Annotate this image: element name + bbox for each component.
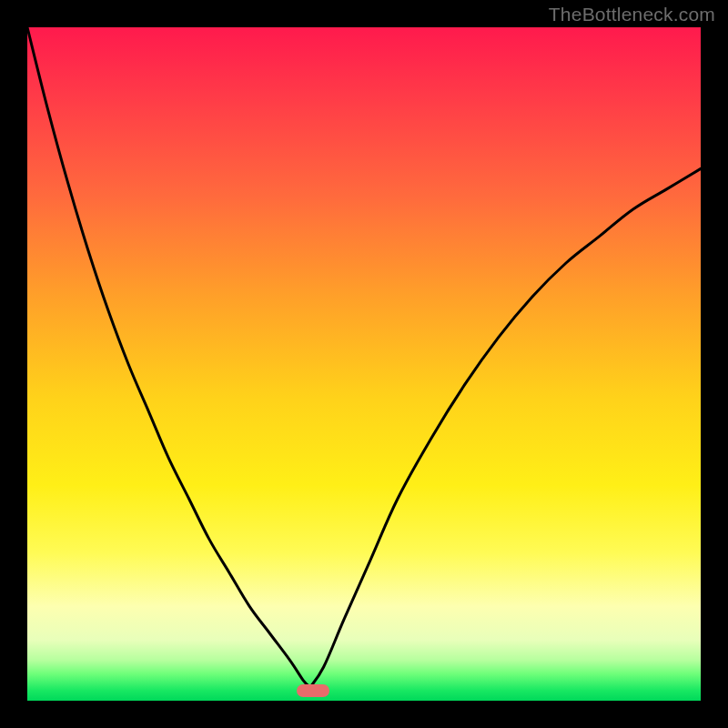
chart-frame: TheBottleneck.com [0, 0, 728, 728]
highlight-bar [297, 684, 329, 697]
curve-path [27, 27, 701, 687]
watermark-text: TheBottleneck.com [549, 4, 715, 25]
plot-area [27, 27, 701, 701]
bottleneck-curve [27, 27, 701, 701]
